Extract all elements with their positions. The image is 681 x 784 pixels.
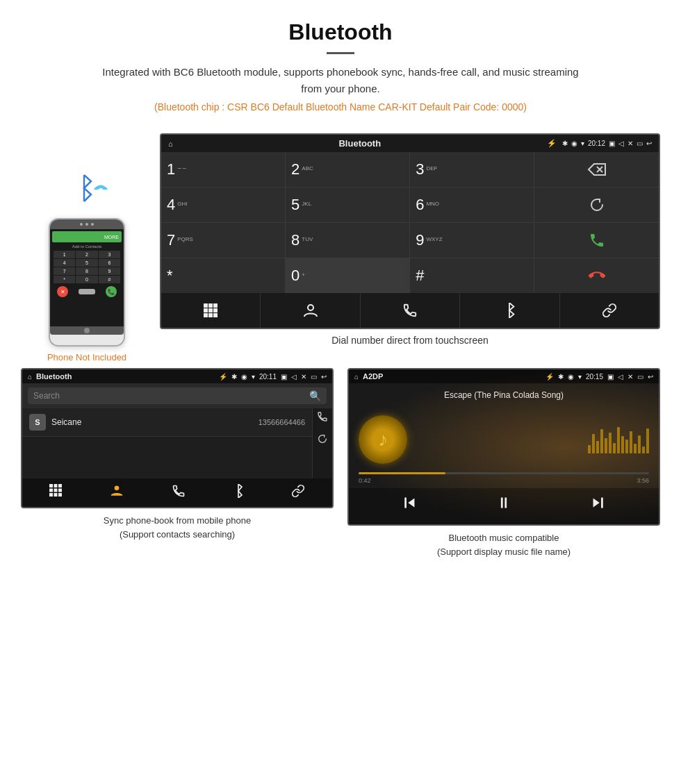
pb-contact-row[interactable]: S Seicane 13566664466	[22, 408, 312, 437]
svg-marker-29	[593, 499, 600, 508]
svg-rect-3	[204, 303, 208, 308]
pb-time: 20:11	[259, 373, 277, 381]
svg-rect-21	[54, 493, 57, 497]
music-time: 20:15	[586, 373, 603, 381]
svg-rect-11	[213, 313, 218, 317]
home-icon[interactable]: ⌂	[168, 140, 173, 148]
dialpad-keys: 1∽∽ 2ABC 3DEF 4GHI	[161, 152, 534, 293]
phone-top-bar	[50, 219, 124, 229]
key-1[interactable]: 1∽∽	[161, 152, 286, 187]
pb-contact-name: Seicane	[51, 417, 259, 427]
pb-search-box[interactable]: Search 🔍	[28, 387, 327, 404]
dialpad-action-btn[interactable]	[161, 293, 261, 328]
key-2[interactable]: 2ABC	[286, 152, 410, 187]
key-star[interactable]: *	[161, 258, 286, 293]
key-8[interactable]: 8TUV	[286, 223, 410, 258]
call-green-key[interactable]	[534, 223, 659, 258]
top-section: MORE Add to Contacts 1 2 3 4 5 6 7 8 9	[21, 133, 660, 362]
volume-icon: ◁	[618, 140, 624, 147]
key-6[interactable]: 6MNO	[410, 187, 534, 222]
pb-bt-icon	[233, 484, 243, 498]
bt-action-btn[interactable]	[460, 293, 559, 328]
pb-home-icon[interactable]: ⌂	[28, 373, 32, 381]
eq-bar-10	[625, 440, 628, 453]
pb-search-placeholder: Search	[33, 391, 309, 401]
pb-sync-icon	[317, 433, 328, 444]
close-x-icon[interactable]: ✕	[627, 140, 633, 147]
svg-rect-19	[58, 489, 62, 492]
window-icon: ▭	[637, 140, 643, 147]
pb-location-icon: ◉	[241, 373, 247, 381]
prev-track-btn[interactable]	[402, 495, 418, 515]
link-icon	[602, 303, 617, 318]
music-close-icon[interactable]: ✕	[627, 373, 633, 381]
phonebook-screen-frame: ⌂ Bluetooth ⚡ ✱ ◉ ▾ 20:11 ▣ ◁ ✕ ▭ ↩ Sea	[21, 368, 334, 508]
back-icon[interactable]: ↩	[646, 140, 652, 147]
pb-back-icon[interactable]: ↩	[321, 373, 327, 381]
pb-link-btn[interactable]	[291, 484, 305, 501]
music-usb-icon: ⚡	[545, 373, 554, 381]
pb-close-icon[interactable]: ✕	[301, 373, 306, 381]
key-0[interactable]: 0+	[286, 258, 410, 293]
music-wifi-icon: ▾	[578, 373, 582, 381]
phonebook-caption: Sync phone-book from mobile phone (Suppo…	[21, 514, 334, 541]
music-back-icon[interactable]: ↩	[648, 373, 653, 381]
bt-status-icon: ✱	[562, 140, 568, 147]
pb-phone-btn[interactable]	[172, 484, 186, 501]
page-header: Bluetooth Integrated with BC6 Bluetooth …	[0, 0, 681, 133]
pb-contact-avatar: S	[29, 414, 46, 431]
music-status-bar: ⌂ A2DP ⚡ ✱ ◉ ▾ 20:15 ▣ ◁ ✕ ▭ ↩	[349, 369, 659, 383]
key-9[interactable]: 9WXYZ	[410, 223, 534, 258]
pb-contacts-btn[interactable]	[110, 484, 124, 501]
main-content: MORE Add to Contacts 1 2 3 4 5 6 7 8 9	[0, 133, 681, 558]
dialpad-row-1: 1∽∽ 2ABC 3DEF	[161, 152, 534, 187]
link-action-btn[interactable]	[560, 293, 659, 328]
pb-status-bar: ⌂ Bluetooth ⚡ ✱ ◉ ▾ 20:11 ▣ ◁ ✕ ▭ ↩	[22, 369, 332, 383]
pb-vol-icon: ◁	[291, 373, 297, 381]
phonebook-screen-wrap: ⌂ Bluetooth ⚡ ✱ ◉ ▾ 20:11 ▣ ◁ ✕ ▭ ↩ Sea	[21, 368, 334, 558]
pb-action-row	[22, 478, 332, 507]
music-location-icon: ◉	[568, 373, 574, 381]
phone-action-btn[interactable]	[361, 293, 460, 328]
music-screen-frame: ⌂ A2DP ⚡ ✱ ◉ ▾ 20:15 ▣ ◁ ✕ ▭ ↩ Escape (T…	[347, 368, 660, 526]
music-main: ♪	[349, 407, 659, 472]
play-pause-icon	[496, 495, 511, 510]
pb-search-row: Search 🔍	[22, 383, 332, 408]
music-home-icon[interactable]: ⌂	[354, 373, 359, 381]
refresh-key[interactable]	[534, 187, 659, 223]
bluetooth-action-icon	[504, 303, 515, 318]
music-bt-icon: ✱	[558, 373, 564, 381]
time-display: 20:12	[588, 140, 605, 147]
pb-grid-btn[interactable]	[49, 484, 62, 501]
key-7[interactable]: 7PQRS	[161, 223, 286, 258]
contacts-action-btn[interactable]	[261, 293, 360, 328]
key-4[interactable]: 4GHI	[161, 187, 286, 222]
pb-wifi-icon: ▾	[252, 373, 255, 381]
key-5[interactable]: 5JKL	[286, 187, 410, 222]
eq-bar-7	[613, 443, 616, 453]
svg-rect-16	[58, 484, 62, 487]
pb-bt-btn[interactable]	[233, 484, 243, 501]
call-red-key[interactable]	[534, 258, 659, 293]
play-pause-btn[interactable]	[496, 495, 511, 515]
pb-right-icons	[312, 408, 332, 478]
status-icons: ✱ ◉ ▾ 20:12 ▣ ◁ ✕ ▭ ↩	[562, 140, 652, 147]
key-hash[interactable]: #	[410, 258, 534, 293]
next-track-btn[interactable]	[590, 495, 605, 515]
music-info	[417, 426, 649, 453]
pb-right-phone-icon[interactable]	[317, 411, 328, 425]
large-screen-frame: ⌂ Bluetooth ⚡ ✱ ◉ ▾ 20:12 ▣ ◁ ✕ ▭ ↩	[160, 133, 660, 329]
pb-right-refresh-icon[interactable]	[317, 433, 328, 447]
pb-bt-icon: ✱	[231, 373, 237, 381]
music-note-icon: ♪	[378, 428, 388, 451]
music-controls	[349, 488, 659, 524]
pb-contact-number: 13566664466	[259, 418, 305, 426]
eq-bar-14	[642, 447, 645, 453]
svg-rect-18	[54, 489, 57, 492]
eq-bar-1	[588, 445, 591, 453]
delete-key[interactable]	[534, 152, 659, 187]
key-3[interactable]: 3DEF	[410, 152, 534, 187]
bottom-screens: ⌂ Bluetooth ⚡ ✱ ◉ ▾ 20:11 ▣ ◁ ✕ ▭ ↩ Sea	[21, 368, 660, 558]
pb-win-icon: ▭	[311, 373, 317, 381]
pb-link-icon	[291, 484, 305, 498]
